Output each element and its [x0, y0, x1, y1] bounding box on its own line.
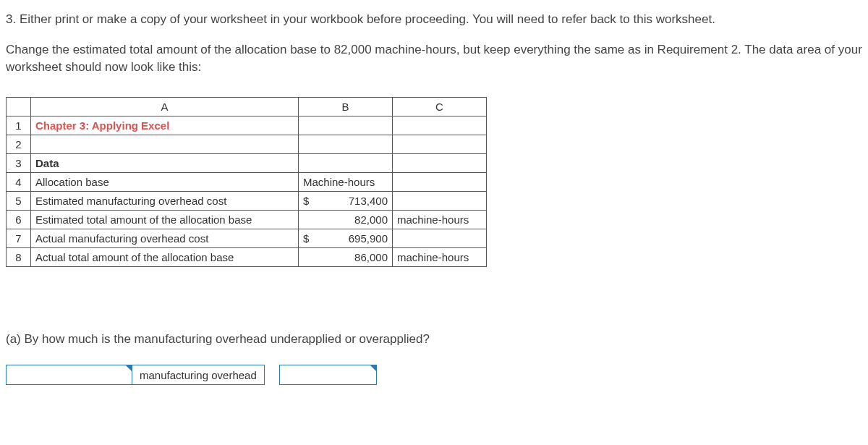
est-overhead-cost-value: $ 713,400	[299, 192, 393, 211]
table-row: 6 Estimated total amount of the allocati…	[7, 211, 487, 229]
row-num: 6	[7, 211, 31, 229]
est-overhead-cost-label: Estimated manufacturing overhead cost	[31, 192, 299, 211]
question-a-text: (a) By how much is the manufacturing ove…	[6, 332, 862, 347]
actual-allocation-base-value: 86,000	[299, 248, 393, 267]
table-row: 8 Actual total amount of the allocation …	[7, 248, 487, 267]
actual-overhead-cost-value: $ 695,900	[299, 229, 393, 248]
row-num: 8	[7, 248, 31, 267]
row-num: 1	[7, 116, 31, 135]
cell	[299, 154, 393, 173]
currency-symbol: $	[303, 232, 309, 245]
table-row: 4 Allocation base Machine-hours	[7, 173, 487, 192]
table-row: 5 Estimated manufacturing overhead cost …	[7, 192, 487, 211]
table-row: 3 Data	[7, 154, 487, 173]
est-allocation-base-value: 82,000	[299, 211, 393, 229]
overhead-amount-input[interactable]	[279, 365, 377, 385]
manufacturing-overhead-label: manufacturing overhead	[132, 365, 265, 385]
currency-amount: 713,400	[349, 195, 388, 207]
actual-allocation-base-label: Actual total amount of the allocation ba…	[31, 248, 299, 267]
cell	[393, 154, 487, 173]
currency-symbol: $	[303, 195, 309, 207]
row-num: 5	[7, 192, 31, 211]
col-header-b: B	[299, 98, 393, 116]
corner-cell	[7, 98, 31, 116]
col-header-c: C	[393, 98, 487, 116]
cell	[393, 116, 487, 135]
spreadsheet-table: A B C 1 Chapter 3: Applying Excel 2 3 Da…	[6, 97, 487, 267]
actual-overhead-cost-label: Actual manufacturing overhead cost	[31, 229, 299, 248]
overhead-type-dropdown[interactable]	[6, 365, 132, 385]
instruction-line-2: Change the estimated total amount of the…	[6, 41, 862, 76]
col-header-a: A	[31, 98, 299, 116]
table-row: 2	[7, 135, 487, 154]
column-header-row: A B C	[7, 98, 487, 116]
cell	[299, 116, 393, 135]
row-num: 7	[7, 229, 31, 248]
cell	[31, 135, 299, 154]
est-allocation-base-label: Estimated total amount of the allocation…	[31, 211, 299, 229]
allocation-base-label: Allocation base	[31, 173, 299, 192]
est-allocation-base-unit: machine-hours	[393, 211, 487, 229]
cell	[393, 229, 487, 248]
row-num: 4	[7, 173, 31, 192]
allocation-base-value: Machine-hours	[299, 173, 393, 192]
cell	[393, 192, 487, 211]
table-row: 1 Chapter 3: Applying Excel	[7, 116, 487, 135]
table-row: 7 Actual manufacturing overhead cost $ 6…	[7, 229, 487, 248]
answer-input-row: manufacturing overhead	[6, 365, 862, 385]
row-num: 2	[7, 135, 31, 154]
instruction-line-1: 3. Either print or make a copy of your w…	[6, 11, 862, 28]
cell	[393, 173, 487, 192]
cell	[299, 135, 393, 154]
chapter-title-cell: Chapter 3: Applying Excel	[31, 116, 299, 135]
row-num: 3	[7, 154, 31, 173]
data-section-label: Data	[31, 154, 299, 173]
currency-amount: 695,900	[349, 232, 388, 245]
cell	[393, 135, 487, 154]
actual-allocation-base-unit: machine-hours	[393, 248, 487, 267]
